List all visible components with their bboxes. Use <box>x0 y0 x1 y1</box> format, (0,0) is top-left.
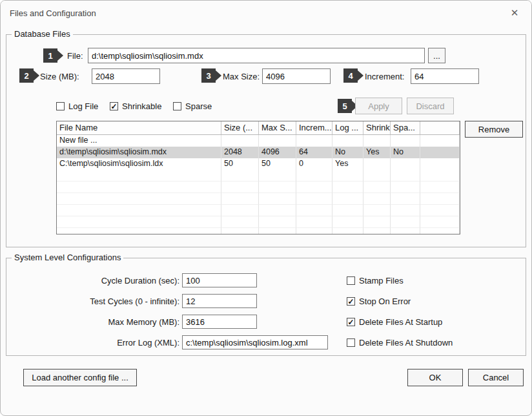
increment-label: Increment: <box>365 72 404 81</box>
log-file-checkbox[interactable]: Log File <box>56 101 98 111</box>
table-empty-row <box>57 205 460 216</box>
size-label: Size (MB): <box>40 72 79 81</box>
callout-4-badge: 4 <box>343 68 363 83</box>
checkbox-box <box>173 102 181 110</box>
delete-files-at-startup-checkbox[interactable]: Delete Files At Startup <box>347 317 442 327</box>
stop-on-error-checkbox[interactable]: Stop On Error <box>347 296 411 306</box>
callout-arrow-icon <box>216 70 221 81</box>
checkbox-box <box>110 102 118 110</box>
discard-button[interactable]: Discard <box>407 98 454 114</box>
sparse-checkbox[interactable]: Sparse <box>173 101 212 111</box>
checkbox-box <box>347 338 355 347</box>
max-memory-input[interactable] <box>182 315 257 329</box>
max-memory-label: Max Memory (MB): <box>6 317 179 327</box>
cycle-duration-label: Cycle Duration (sec): <box>6 276 179 286</box>
increment-input[interactable] <box>411 68 479 84</box>
column-header-size[interactable]: Size (... <box>221 121 259 134</box>
test-cycles-label: Test Cycles (0 - infinite): <box>6 296 179 306</box>
cancel-button[interactable]: Cancel <box>468 369 524 386</box>
column-header-increment[interactable]: Increm... <box>296 121 332 134</box>
checkbox-box <box>56 102 65 110</box>
column-header-shrink[interactable]: Shrink <box>363 121 391 134</box>
delete-files-at-shutdown-checkbox[interactable]: Delete Files At Shutdown <box>347 338 453 348</box>
error-log-input[interactable] <box>182 335 328 349</box>
files-and-configuration-dialog: Files and Configuration ✕ Database Files… <box>0 0 532 416</box>
cycle-duration-input[interactable] <box>182 273 257 287</box>
database-files-group-label: Database Files <box>12 29 73 39</box>
table-row-ldx-file[interactable]: C:\temp\sqliosim\sqliosim.ldx 50 50 0 Ye… <box>57 158 460 170</box>
column-header-sparse[interactable]: Spa... <box>391 121 420 134</box>
system-config-group-label: System Level Configurations <box>12 253 123 262</box>
column-header-blank <box>420 121 460 134</box>
checkbox-box <box>347 318 355 326</box>
database-files-group: Database Files 1 File: ... 2 Size (MB): … <box>6 34 526 247</box>
window-title: Files and Configuration <box>10 8 96 18</box>
file-path-input[interactable] <box>88 48 425 63</box>
stamp-files-checkbox-label: Stamp Files <box>359 276 404 286</box>
column-header-max-size[interactable]: Max S... <box>259 121 296 134</box>
delete-files-at-shutdown-checkbox-label: Delete Files At Shutdown <box>359 338 453 348</box>
table-empty-row <box>57 216 460 228</box>
stamp-files-checkbox[interactable]: Stamp Files <box>347 276 404 286</box>
error-log-label: Error Log (XML): <box>6 338 179 348</box>
table-empty-row <box>57 170 460 182</box>
file-list-table: File Name Size (... Max S... Increm... L… <box>56 121 460 234</box>
callout-1-badge: 1 <box>43 48 63 63</box>
shrinkable-checkbox-label: Shrinkable <box>122 101 161 111</box>
table-row-new-file[interactable]: New file ... <box>57 135 460 147</box>
callout-arrow-icon <box>358 70 363 81</box>
max-size-label: Max Size: <box>223 72 260 81</box>
column-header-log[interactable]: Log ... <box>332 121 363 134</box>
table-empty-row <box>57 228 460 234</box>
ok-button[interactable]: OK <box>407 369 463 386</box>
callout-arrow-icon <box>57 50 63 61</box>
file-label: File: <box>67 51 83 61</box>
callout-arrow-icon <box>34 70 39 81</box>
delete-files-at-startup-checkbox-label: Delete Files At Startup <box>359 317 442 327</box>
title-bar: Files and Configuration ✕ <box>1 1 531 26</box>
browse-button[interactable]: ... <box>428 48 445 63</box>
column-header-file-name[interactable]: File Name <box>57 121 221 134</box>
size-input[interactable] <box>92 68 160 84</box>
shrinkable-checkbox[interactable]: Shrinkable <box>110 101 161 111</box>
apply-button[interactable]: Apply <box>355 98 402 114</box>
sparse-checkbox-label: Sparse <box>185 101 212 111</box>
test-cycles-input[interactable] <box>182 294 257 308</box>
callout-3-badge: 3 <box>201 68 221 83</box>
file-list-header-row: File Name Size (... Max S... Increm... L… <box>57 121 460 135</box>
checkbox-box <box>347 297 355 306</box>
close-icon[interactable]: ✕ <box>508 7 521 19</box>
load-config-file-button[interactable]: Load another config file ... <box>23 369 137 386</box>
callout-2-badge: 2 <box>19 68 39 83</box>
system-level-configurations-group: System Level Configurations Cycle Durati… <box>6 258 526 356</box>
remove-button[interactable]: Remove <box>465 121 523 138</box>
log-file-checkbox-label: Log File <box>68 101 98 111</box>
table-empty-row <box>57 182 460 193</box>
max-size-input[interactable] <box>262 68 331 84</box>
stop-on-error-checkbox-label: Stop On Error <box>359 296 411 306</box>
table-row-mdx-file[interactable]: d:\temp\sqliosim\sqliosim.mdx 2048 4096 … <box>57 147 460 158</box>
checkbox-box <box>347 276 355 285</box>
table-empty-row <box>57 193 460 205</box>
